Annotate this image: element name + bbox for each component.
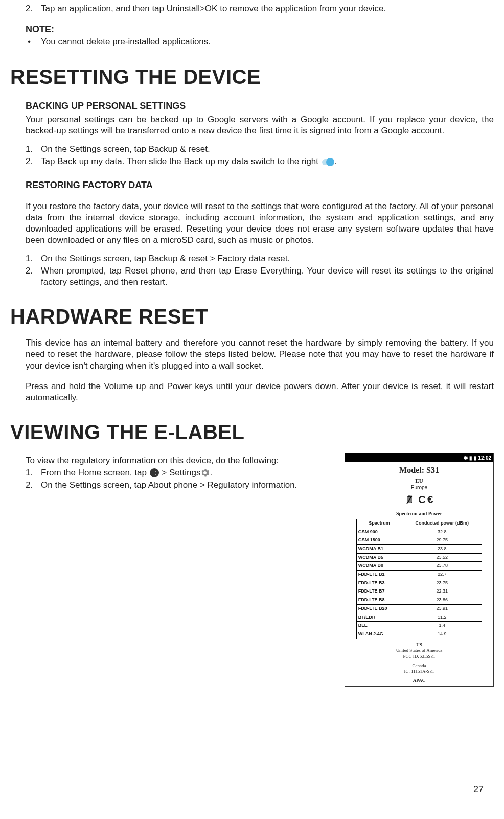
compliance-marks: C € <box>345 493 493 506</box>
spec-row: WLAN 2.4G14.9 <box>356 630 482 639</box>
spec-row: WCDMA B523.52 <box>356 553 482 562</box>
ce-mark-icon: C € <box>418 494 432 505</box>
subhead-backing-up: BACKING UP PERSONAL SETTINGS <box>26 100 494 112</box>
spec-row: FDD-LTE B323.75 <box>356 579 482 587</box>
toggle-on-icon <box>322 159 333 165</box>
svg-line-8 <box>411 502 412 503</box>
spec-row: FDD-LTE B122.7 <box>356 571 482 579</box>
apps-grid-icon <box>150 468 159 477</box>
restore-step-2: When prompted, tap Reset phone, and then… <box>26 265 494 288</box>
note-bullet: You cannot delete pre-installed applicat… <box>26 36 494 48</box>
gear-icon <box>201 469 209 477</box>
spec-row: BT/EDR11.2 <box>356 613 482 622</box>
country-usa: United States of America <box>345 648 493 654</box>
restore-step-1: On the Settings screen, tap Backup & res… <box>26 253 494 264</box>
intro-step-2: Tap an application, and then tap Uninsta… <box>26 3 494 14</box>
spectrum-power-title: Spectrum and Power <box>345 510 493 517</box>
regulatory-screenshot: ✱ ▮ ▮ 12:02 Model: S31 EU Europe C € Spe… <box>345 453 494 687</box>
country-canada: Canada <box>345 663 493 669</box>
ic-id: IC: 11151A-S31 <box>345 669 493 675</box>
elabel-step-2: On the Settings screen, tap About phone … <box>26 480 339 491</box>
spec-header-power: Conducted power (dBm) <box>402 519 482 528</box>
backup-step-1: On the Settings screen, tap Backup & res… <box>26 144 494 155</box>
fcc-id: FCC ID: ZL5S31 <box>345 654 493 660</box>
note-label: NOTE: <box>26 24 494 35</box>
spectrum-power-table: Spectrum Conducted power (dBm) GSM 90032… <box>356 519 483 639</box>
weee-bin-icon <box>406 495 413 506</box>
subhead-restoring: RESTORING FACTORY DATA <box>26 179 494 191</box>
elabel-intro: To view the regulatory information on th… <box>26 455 339 466</box>
spec-row: GSM 90032.8 <box>356 528 482 536</box>
spec-row: WCDMA B123.8 <box>356 545 482 554</box>
hardware-para-2: Press and hold the Volume up and Power k… <box>26 381 494 403</box>
spec-row: FDD-LTE B823.86 <box>356 596 482 605</box>
backup-step-2: Tap Back up my data. Then slide the Back… <box>26 156 494 167</box>
heading-viewing-elabel: VIEWING THE E-LABEL <box>10 419 494 445</box>
region-us: US <box>345 642 493 648</box>
spec-row: FDD-LTE B2023.91 <box>356 604 482 613</box>
phone-statusbar: ✱ ▮ ▮ 12:02 <box>345 453 493 462</box>
status-clock: 12:02 <box>478 455 491 461</box>
spec-row: BLE1.4 <box>356 622 482 630</box>
heading-hardware-reset: HARDWARE RESET <box>10 303 494 330</box>
region-apac: APAC <box>345 678 493 684</box>
spec-row: FDD-LTE B722.31 <box>356 587 482 596</box>
region-eu: EU <box>345 477 493 484</box>
elabel-step-1: From the Home screen, tap > Settings. <box>26 467 339 479</box>
spec-header-spectrum: Spectrum <box>356 519 402 528</box>
restore-paragraph: If you restore the factory data, your de… <box>26 201 494 246</box>
backup-paragraph: Your personal settings can be backed up … <box>26 114 494 136</box>
heading-resetting-the-device: RESETTING THE DEVICE <box>10 63 494 90</box>
status-icons: ✱ ▮ ▮ <box>464 455 477 461</box>
spec-row: GSM 180029.75 <box>356 536 482 545</box>
hardware-para-1: This device has an internal battery and … <box>26 337 494 371</box>
page-number: 27 <box>473 784 484 795</box>
svg-rect-5 <box>408 496 410 497</box>
model-title: Model: S31 <box>345 465 493 476</box>
spec-row: WCDMA B823.78 <box>356 562 482 571</box>
subregion-europe: Europe <box>345 484 493 491</box>
